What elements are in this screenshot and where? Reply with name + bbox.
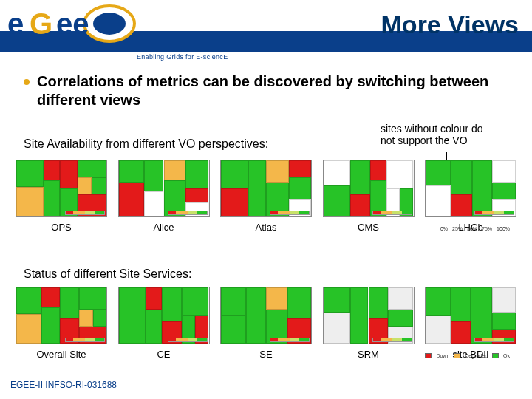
- slide: e G ee More Views Enabling Grids for E-s…: [0, 0, 532, 399]
- slide-title: More Views: [381, 10, 519, 39]
- panel-cms: CMS: [322, 160, 415, 233]
- legend-label: Ok: [503, 353, 510, 358]
- svg-text:ee: ee: [56, 7, 89, 40]
- legend-swatch-degraded: [454, 353, 460, 358]
- thumb-ops: [16, 160, 107, 217]
- annotation-line-2: not support the VO: [381, 134, 468, 146]
- thumb-srm: [323, 287, 415, 344]
- section-label-status: Status of different Site Services:: [24, 267, 191, 281]
- legend-tick: 25%: [452, 226, 463, 231]
- legend-status: Down Degraded Ok: [425, 353, 510, 358]
- thumb-ce: [118, 287, 210, 344]
- legend-swatch-down: [425, 353, 432, 358]
- panel-label: Alice: [153, 222, 174, 233]
- bullet-text: Correlations of metrics can be discovere…: [37, 72, 517, 109]
- bullet: Correlations of metrics can be discovere…: [24, 72, 517, 109]
- thumb-atlas: [220, 160, 312, 217]
- legend-tick: 0%: [440, 226, 448, 231]
- row-site-services: Overall Site CE: [15, 287, 517, 360]
- legend-swatch-ok: [492, 353, 499, 358]
- panel-label: SRM: [358, 349, 379, 360]
- panel-srm: SRM: [322, 287, 415, 360]
- tagline: Enabling Grids for E-sciencE: [137, 53, 228, 61]
- panel-atlas: Atlas: [219, 160, 313, 233]
- panel-site-bdii: site BDII: [424, 287, 517, 360]
- legend-label: Down: [436, 353, 449, 358]
- legend-tick: 75%: [482, 226, 492, 231]
- thumb-se: [220, 287, 312, 344]
- legend-tick: 50%: [467, 226, 477, 231]
- row-vo-perspectives: OPS Alice: [15, 160, 517, 233]
- legend-availability: 0% 25% 50% 75% 100%: [440, 226, 510, 231]
- legend-label: Degraded: [465, 353, 488, 358]
- bullet-dot-icon: [24, 79, 30, 85]
- annotation-line-1: sites without colour do: [381, 123, 483, 134]
- panel-label: CMS: [358, 222, 379, 233]
- egee-logo-svg: e G ee: [4, 4, 137, 43]
- thumb-alice: [118, 160, 210, 217]
- panel-label: Atlas: [256, 222, 277, 233]
- header: e G ee More Views: [0, 0, 532, 52]
- thumb-lhcb: [425, 160, 516, 217]
- thumb-site-bdii: [425, 287, 516, 344]
- panel-lhcb: LHCb: [424, 160, 517, 233]
- panel-label: OPS: [51, 222, 71, 233]
- svg-text:e: e: [7, 7, 24, 40]
- annotation: sites without colour do not support the …: [381, 123, 521, 146]
- panel-label: CE: [157, 349, 170, 360]
- panel-label: Overall Site: [36, 349, 86, 360]
- panel-label: SE: [259, 349, 272, 360]
- section-label-availability: Site Availability from different VO pers…: [24, 137, 268, 151]
- panel-ops: OPS: [15, 160, 108, 233]
- thumb-overall-site: [16, 287, 107, 344]
- egee-logo: e G ee: [4, 4, 137, 43]
- svg-text:G: G: [30, 7, 52, 40]
- svg-point-1: [93, 13, 126, 35]
- panel-ce: CE: [117, 287, 211, 360]
- thumb-cms: [323, 160, 415, 217]
- panel-se: SE: [219, 287, 313, 360]
- footer-id: EGEE-II INFSO-RI-031688: [10, 380, 117, 390]
- panel-alice: Alice: [117, 160, 211, 233]
- panel-overall-site: Overall Site: [15, 287, 108, 360]
- legend-tick: 100%: [497, 226, 510, 231]
